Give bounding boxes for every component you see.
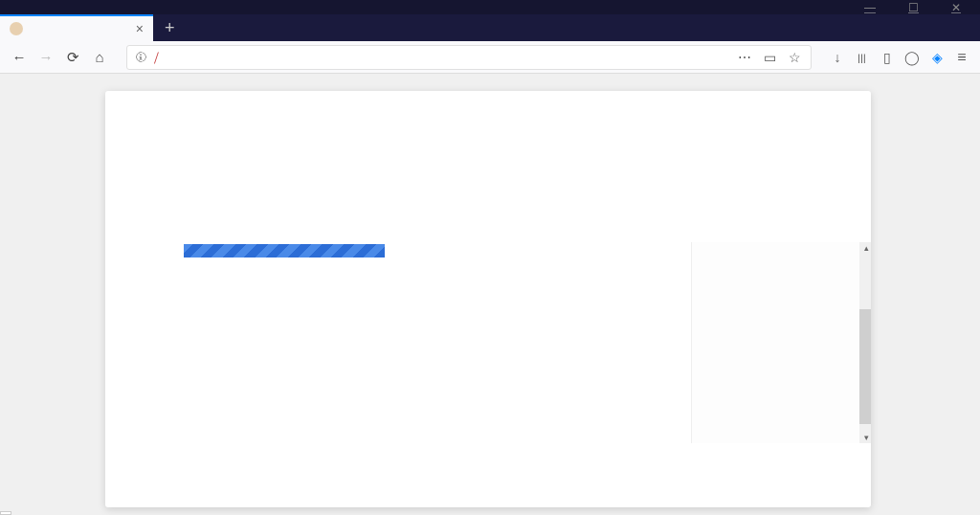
- forward-button[interactable]: →: [36, 49, 56, 65]
- panel-header: [105, 91, 871, 114]
- log-scroll-thumb[interactable]: [859, 309, 871, 424]
- extension-icon[interactable]: ◈: [928, 50, 946, 65]
- sidebar-icon[interactable]: ▯: [879, 50, 896, 65]
- reload-button[interactable]: ⟳: [63, 49, 82, 66]
- minimize-icon[interactable]: —: [864, 1, 876, 14]
- scroll-down-icon[interactable]: ▾: [864, 433, 869, 442]
- install-progress-bar: [184, 244, 385, 258]
- downloads-icon[interactable]: ↓: [829, 50, 846, 65]
- page-viewport: ▴ ▾: [0, 74, 980, 515]
- maximize-icon[interactable]: ☐: [908, 1, 919, 14]
- tab-jenkins[interactable]: ×: [0, 14, 153, 41]
- more-icon[interactable]: ⋯: [736, 50, 753, 65]
- home-button[interactable]: ⌂: [90, 49, 109, 65]
- close-window-icon[interactable]: ✕: [951, 1, 961, 14]
- insecure-icon: ⧸: [154, 51, 159, 64]
- wizard-panel: ▴ ▾: [105, 91, 871, 507]
- install-log: ▴ ▾: [691, 242, 871, 443]
- status-bar-link: [0, 511, 11, 515]
- reader-icon[interactable]: ▭: [761, 50, 778, 65]
- shield-icon[interactable]: 🛈: [135, 51, 146, 64]
- hamburger-menu-icon[interactable]: ≡: [953, 49, 970, 66]
- browser-menu-bar: — ☐ ✕: [0, 0, 980, 14]
- tab-bar: × +: [0, 14, 980, 41]
- close-tab-icon[interactable]: ×: [128, 21, 144, 36]
- browser-toolbar: ← → ⟳ ⌂ 🛈 ⧸ ⋯ ▭ ☆ ↓ ⫼ ▯ ◯ ◈ ≡: [0, 41, 980, 74]
- scroll-up-icon[interactable]: ▴: [864, 243, 869, 253]
- url-bar[interactable]: 🛈 ⧸ ⋯ ▭ ☆: [126, 45, 812, 70]
- bookmark-star-icon[interactable]: ☆: [786, 50, 803, 65]
- jenkins-favicon-icon: [10, 22, 23, 35]
- account-icon[interactable]: ◯: [903, 50, 921, 65]
- new-tab-button[interactable]: +: [153, 18, 187, 38]
- library-icon[interactable]: ⫼: [854, 50, 871, 65]
- back-button[interactable]: ←: [10, 49, 29, 65]
